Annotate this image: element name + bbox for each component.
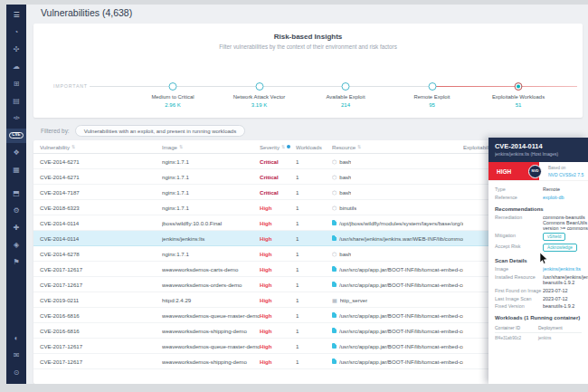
filter-active-icon xyxy=(287,145,290,148)
scan-field-label: Installed Resource xyxy=(495,274,543,280)
cve-detail-panel: CVE-2014-0114 jenkins/jenkins:lts (Host … xyxy=(488,138,588,384)
insight-step-label: Network Attack Vector xyxy=(216,94,303,100)
scan-field-value: /usr/share/jenkins/jenkins.warbeanutils-… xyxy=(543,274,588,285)
severity-cell: High xyxy=(260,343,296,349)
scan-details-heading: Scan Details xyxy=(495,258,588,263)
file-icon xyxy=(332,359,337,365)
accept-risk-label: Accept Risk xyxy=(495,244,543,249)
severity-cell: High xyxy=(260,282,296,288)
severity-cell: Critical xyxy=(260,158,296,165)
resource-cell: ▦http_server xyxy=(332,297,463,303)
image-cell: weaveworksdemos-queue-master-demo xyxy=(162,312,260,319)
resource-cell: /usr/src/app/app.jar/BOOT-INF/lib/tomcat… xyxy=(332,266,463,272)
package-icon: ⬡ xyxy=(332,158,337,165)
resource-cell: /usr/src/app/app.jar/BOOT-INF/lib/tomcat… xyxy=(332,282,463,288)
explorer-icon[interactable]: ✣ xyxy=(6,43,26,57)
cve-cell: CVE-2014-6271 xyxy=(40,174,162,180)
insight-step-dot[interactable] xyxy=(428,82,436,91)
functions-icon[interactable]: </> xyxy=(6,111,26,126)
compliance-icon[interactable]: ◈ xyxy=(6,238,26,253)
image-cell: nginx:1.7.1 xyxy=(162,174,260,180)
sidebar-group-main: ☰◔✣☁⊞▤</>CVE❖▦ xyxy=(6,6,26,178)
panel-cve-title: CVE-2014-0114 xyxy=(495,142,582,150)
resource-text: /usr/src/app/app.jar/BOOT-INF/lib/tomcat… xyxy=(339,282,463,288)
policies-icon[interactable]: ⬒ xyxy=(6,186,26,201)
panel-field-value[interactable]: exploit-db xyxy=(543,195,588,200)
vulnerabilities-icon[interactable]: CVE xyxy=(6,129,26,143)
column-label: Resource xyxy=(332,144,356,150)
workloads-cell: 1 xyxy=(296,189,332,196)
kubernetes-icon[interactable]: ⊞ xyxy=(6,77,26,91)
menu-icon[interactable]: ☰ xyxy=(6,8,26,23)
help-icon[interactable]: ◐ xyxy=(6,331,26,346)
filter-bar: Filtered by: Vulnerabilities with an exp… xyxy=(41,125,245,137)
scan-field-label: Last Image Scan xyxy=(495,296,543,301)
image-cell: nginx:1.7.1 xyxy=(162,189,260,196)
file-icon xyxy=(332,266,337,272)
integrations-icon[interactable]: ✚ xyxy=(6,221,26,235)
insight-step-dot[interactable] xyxy=(342,82,350,91)
scan-field: Fixed Versionbeanutils-1.9.2 xyxy=(495,303,588,309)
workloads-icon[interactable]: ❖ xyxy=(6,146,26,160)
image-cell: nginx:1.7.1 xyxy=(162,158,260,165)
column-header-resource[interactable]: Resource⇅ xyxy=(332,144,463,150)
acknowledge-button[interactable]: Acknowledge xyxy=(543,244,577,252)
workloads-cell: 1 xyxy=(296,359,332,365)
resource-text: bash xyxy=(339,189,351,196)
severity-cell: High xyxy=(260,220,296,226)
file-icon xyxy=(332,328,337,334)
resource-text: bash xyxy=(339,158,351,165)
cvss-link[interactable]: NVD CVSSv2 7.5 xyxy=(548,172,583,177)
server-icon: ▦ xyxy=(332,297,337,303)
filter-label: Filtered by: xyxy=(41,128,70,134)
panel-field-label: Type xyxy=(495,186,543,192)
image-cell: nginx:1.7.1 xyxy=(162,251,260,257)
column-header-workloads[interactable]: Workloads xyxy=(296,144,332,150)
vshield-button[interactable]: vShield xyxy=(543,233,565,241)
infrastructure-icon[interactable]: ▦ xyxy=(6,163,26,177)
filter-chip[interactable]: Vulnerabilities with an exploit, and pre… xyxy=(75,125,246,137)
workloads-row[interactable]: 8f4e31ab90c2jenkins xyxy=(495,333,582,343)
images-icon[interactable]: ▤ xyxy=(6,94,26,109)
settings-icon[interactable]: ⚙ xyxy=(6,204,26,218)
sort-icon[interactable]: ⇅ xyxy=(281,144,285,149)
cloud-icon[interactable]: ☁ xyxy=(6,60,26,74)
mitigation-label: Mitigation xyxy=(495,233,543,238)
column-header-image[interactable]: Image⇅ xyxy=(162,144,260,150)
notifications-icon[interactable]: ✉ xyxy=(6,349,26,363)
resource-text: binutils xyxy=(339,205,356,211)
sort-icon[interactable]: ⇅ xyxy=(71,144,75,149)
severity-cell: High xyxy=(260,328,296,334)
sort-icon[interactable]: ⇅ xyxy=(179,144,183,149)
account-icon[interactable]: ⊙ xyxy=(6,366,26,380)
workloads-cell: 1 xyxy=(296,174,332,180)
scan-field-value[interactable]: jenkins/jenkins:lts xyxy=(543,266,588,272)
cve-cell: CVE-2018-6323 xyxy=(40,205,162,211)
insight-step-count: 214 xyxy=(302,102,389,108)
scan-field-label: First Found on Image xyxy=(495,288,543,293)
insight-step-dot[interactable] xyxy=(515,82,523,91)
panel-field-label: Reference xyxy=(495,195,543,200)
page-title: Vulnerabilities (4,638) xyxy=(41,7,132,18)
insight-step-dot[interactable] xyxy=(255,82,263,91)
severity-cell: Critical xyxy=(260,189,296,196)
nvd-badge-icon: NVD xyxy=(528,165,542,178)
resource-cell: ⬡bash xyxy=(332,189,463,196)
cve-cell: CVE-2017-12617 xyxy=(40,359,162,365)
dashboard-icon[interactable]: ◔ xyxy=(6,25,26,40)
scan-field-line: beanutils-1.9.2 xyxy=(543,303,588,309)
network-icon[interactable]: ⚑ xyxy=(6,255,26,270)
image-cell: nginx:1.7.1 xyxy=(162,205,260,211)
stepper-line-highlight xyxy=(432,86,577,87)
insight-step-count: 2.96 K xyxy=(129,102,216,108)
resource-text: /usr/src/app/app.jar/BOOT-INF/lib/tomcat… xyxy=(339,266,463,272)
workloads-cell: 1 xyxy=(296,297,332,303)
workloads-cell: 8f4e31ab90c2 xyxy=(495,336,538,340)
sort-icon[interactable]: ⇅ xyxy=(357,144,361,149)
column-header-vulnerability[interactable]: Vulnerability⇅ xyxy=(40,144,162,150)
cve-cell: CVE-2016-6816 xyxy=(40,328,162,334)
insight-step-dot[interactable] xyxy=(169,82,177,91)
column-header-severity[interactable]: Severity⇅ xyxy=(260,144,296,150)
cve-cell: CVE-2017-12617 xyxy=(40,343,162,349)
workloads-cell: 1 xyxy=(296,251,332,257)
